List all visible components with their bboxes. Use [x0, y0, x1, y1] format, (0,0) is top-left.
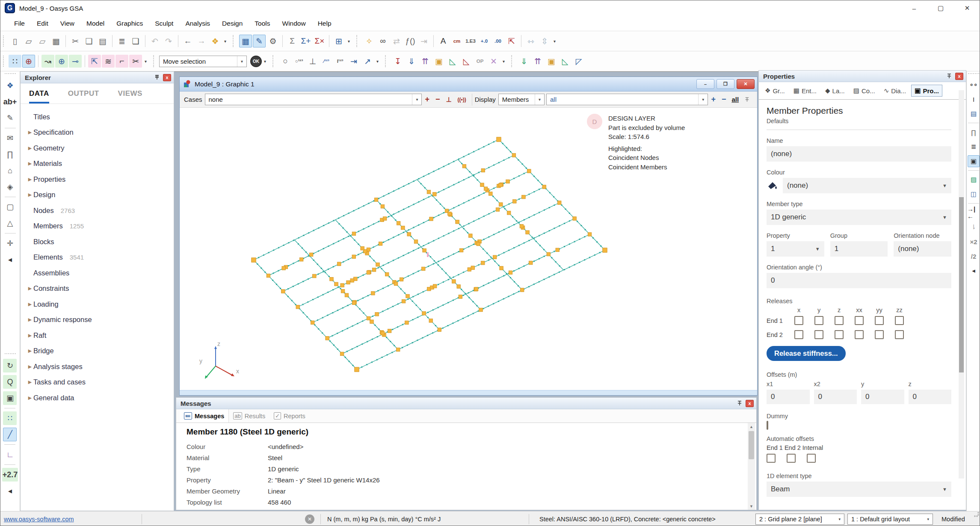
- explorer-item-analysis-stages[interactable]: ▶ Analysis stages: [21, 359, 174, 375]
- add-case-button[interactable]: +: [425, 95, 429, 104]
- end1-x-checkbox[interactable]: [794, 316, 803, 325]
- select-nodes-icon[interactable]: ∷: [3, 411, 17, 425]
- tab-views[interactable]: VIEWS: [118, 89, 142, 103]
- portal-frame-icon[interactable]: ∏: [3, 148, 17, 161]
- animation-icon[interactable]: ≣: [968, 141, 980, 153]
- auto-end1-checkbox[interactable]: [767, 454, 776, 463]
- more-decimals-icon[interactable]: +.0: [478, 35, 491, 47]
- explorer-item-general-data[interactable]: ▶ General data: [21, 390, 174, 406]
- menu-item[interactable]: Edit: [31, 16, 54, 31]
- tab-output[interactable]: OUTPUT: [68, 89, 99, 103]
- pin-icon[interactable]: [154, 74, 160, 81]
- polyline-icon[interactable]: ∏: [968, 126, 980, 138]
- maximize-button[interactable]: ▢: [927, 0, 954, 16]
- tab-diagrams[interactable]: ∿ Dia...: [880, 85, 910, 97]
- node-icon[interactable]: ○: [279, 55, 292, 68]
- cases-combo[interactable]: none ▾: [205, 94, 422, 105]
- preferences-wrench-icon[interactable]: ⚙: [266, 35, 279, 47]
- support-display-button[interactable]: ⊥: [446, 96, 451, 103]
- menu-item[interactable]: Tools: [249, 16, 276, 31]
- explorer-item-loading[interactable]: ▶ Loading: [21, 296, 174, 312]
- table-view-icon[interactable]: ▦: [239, 35, 252, 47]
- sum-icon[interactable]: Σ: [286, 35, 299, 47]
- menu-item[interactable]: View: [54, 16, 80, 31]
- explorer-item-constraints[interactable]: ▶ Constraints: [21, 281, 174, 297]
- orbit-icon[interactable]: ↻: [3, 359, 17, 372]
- expand-arrow-icon[interactable]: ▶: [21, 348, 33, 354]
- section-icon[interactable]: I: [968, 93, 980, 105]
- tab-labels[interactable]: ◆ La...: [822, 85, 848, 97]
- tri-load-icon[interactable]: ◺: [446, 55, 459, 68]
- menu-item[interactable]: Model: [80, 16, 110, 31]
- contour-settings-icon[interactable]: ▨: [968, 174, 980, 186]
- remove-case-button[interactable]: −: [435, 95, 440, 104]
- add-arc-icon[interactable]: ⊕: [55, 55, 68, 68]
- polyhedron-icon[interactable]: ◈: [3, 180, 17, 194]
- end1-z-checkbox[interactable]: [835, 316, 844, 325]
- website-link[interactable]: www.oasys-software.com: [4, 511, 74, 526]
- name-field[interactable]: (none): [767, 146, 951, 162]
- sculpt-edit-icon[interactable]: ✎: [253, 35, 266, 47]
- function-icon[interactable]: ƒ(): [404, 35, 417, 47]
- dropdown-caret-icon[interactable]: ▾: [222, 35, 228, 47]
- split-members-icon[interactable]: ✂: [129, 55, 142, 68]
- node-numbers-icon[interactable]: ○¹²³: [293, 55, 305, 68]
- explorer-item-elements[interactable]: Elements 3541: [21, 250, 174, 266]
- release-stiffness-button[interactable]: Release stiffness...: [767, 346, 846, 361]
- expand-arrow-icon[interactable]: ▶: [21, 177, 33, 182]
- explorer-item-raft[interactable]: ▶ Raft: [21, 328, 174, 343]
- element-type-field[interactable]: Beam ▼: [767, 482, 951, 497]
- expand-arrow-icon[interactable]: ▶: [21, 395, 33, 401]
- tab-graphics[interactable]: ❖ Gr...: [761, 85, 788, 97]
- remove-from-filter-button[interactable]: −: [722, 95, 726, 104]
- x2-icon[interactable]: ×2: [968, 236, 980, 248]
- add-entity-icon[interactable]: ⊕: [22, 55, 35, 68]
- collapse-left-icon[interactable]: ◂: [3, 253, 17, 266]
- end2-zz-checkbox[interactable]: [895, 330, 904, 339]
- model-viewport[interactable]: D DESIGN LAYER Part is excluded by volum…: [180, 108, 757, 390]
- select-members-icon[interactable]: ╱: [3, 428, 17, 441]
- dropdown-caret-icon[interactable]: ▾: [501, 55, 506, 68]
- minimize-button[interactable]: –: [901, 0, 927, 16]
- tab-reports[interactable]: ✓ Reports: [269, 409, 310, 423]
- menu-item[interactable]: Design: [216, 16, 249, 31]
- dimension-icon[interactable]: ∟: [3, 448, 17, 461]
- node-load-icon[interactable]: ⇓: [405, 55, 418, 68]
- sum-add-icon[interactable]: Σ+: [299, 35, 312, 47]
- scroll-thumb[interactable]: [959, 197, 964, 372]
- collapse-right-icon[interactable]: ◂: [968, 265, 980, 277]
- tab-entities[interactable]: ▦ Ent...: [790, 85, 820, 97]
- expand-rows-icon[interactable]: ⇿: [524, 35, 537, 47]
- offset-x1-field[interactable]: 0: [767, 390, 810, 404]
- scroll-up-icon[interactable]: ▲: [748, 423, 755, 430]
- chevron-down-icon[interactable]: ▼: [815, 246, 820, 251]
- display-combo[interactable]: Members ▾: [498, 94, 545, 105]
- expand-arrow-icon[interactable]: ▶: [21, 192, 33, 198]
- close-button[interactable]: ✕: [954, 0, 980, 16]
- auto-end2-checkbox[interactable]: [787, 454, 796, 463]
- explorer-item-tasks-and-cases[interactable]: ▶ Tasks and cases: [21, 375, 174, 390]
- tab-messages[interactable]: ≔ Messages: [180, 409, 229, 423]
- forward-icon[interactable]: →: [195, 35, 208, 47]
- dropdown-caret-icon[interactable]: ▾: [552, 35, 557, 47]
- add-to-filter-button[interactable]: +: [711, 95, 716, 104]
- broadcast-display-button[interactable]: ((•)): [458, 97, 466, 103]
- op-load-icon[interactable]: OP: [474, 55, 486, 68]
- chevron-down-icon[interactable]: ▼: [942, 487, 947, 492]
- explorer-item-specification[interactable]: ▶ Specification: [21, 125, 174, 141]
- messages-scrollbar[interactable]: ▲ ▼: [748, 423, 755, 510]
- expand-arrow-icon[interactable]: ▶: [21, 333, 33, 338]
- edit-beam-load-icon[interactable]: ⇈: [531, 55, 544, 68]
- scroll-down-icon[interactable]: ▼: [748, 502, 755, 510]
- grid-layout-combo[interactable]: 1 : Default grid layout ▾: [847, 514, 933, 525]
- sum-delete-icon[interactable]: Σ×: [313, 35, 326, 47]
- ok-button[interactable]: OK: [250, 56, 262, 67]
- property-field[interactable]: 1 ▼: [767, 241, 824, 257]
- graphic-title-bar[interactable]: Model_9 : Graphic 1 – ❐ ✕: [180, 77, 757, 92]
- orientation-node-field[interactable]: (none): [894, 241, 951, 257]
- patch-load-icon[interactable]: ▣: [432, 55, 445, 68]
- tab-results[interactable]: ab Results: [229, 409, 269, 423]
- chevron-down-icon[interactable]: ▾: [237, 56, 246, 67]
- add-label-icon[interactable]: ab+: [3, 95, 18, 109]
- explorer-item-design[interactable]: ▶ Design: [21, 187, 174, 203]
